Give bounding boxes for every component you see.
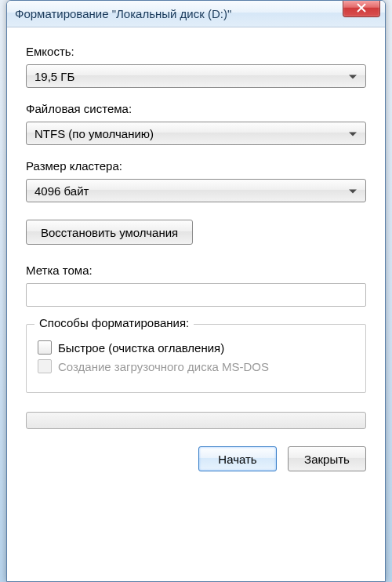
format-dialog: Форматирование "Локальный диск (D:)" Емк… <box>6 0 386 582</box>
chevron-down-icon <box>348 184 358 198</box>
restore-defaults-button[interactable]: Восстановить умолчания <box>26 220 193 245</box>
format-options-fieldset: Способы форматирования: Быстрое (очистка… <box>26 324 366 393</box>
msdos-boot-label: Создание загрузочного диска MS-DOS <box>58 360 269 373</box>
volume-label-label: Метка тома: <box>26 264 366 277</box>
volume-label-input[interactable] <box>26 283 366 307</box>
close-icon <box>357 2 366 15</box>
cluster-select[interactable]: 4096 байт <box>26 179 366 202</box>
close-button[interactable] <box>343 0 380 17</box>
close-dialog-button[interactable]: Закрыть <box>288 446 366 471</box>
start-button-label: Начать <box>218 453 256 466</box>
window-title: Форматирование "Локальный диск (D:)" <box>15 7 231 20</box>
chevron-down-icon <box>348 127 358 140</box>
titlebar[interactable]: Форматирование "Локальный диск (D:)" <box>7 1 385 27</box>
cluster-label: Размер кластера: <box>26 159 366 173</box>
progress-bar <box>26 412 366 429</box>
quick-format-checkbox[interactable] <box>38 340 52 355</box>
close-dialog-label: Закрыть <box>304 453 350 466</box>
capacity-value: 19,5 ГБ <box>34 70 74 83</box>
restore-defaults-label: Восстановить умолчания <box>41 226 178 239</box>
dialog-content: Емкость: 19,5 ГБ Файловая система: NTFS … <box>7 27 385 484</box>
format-options-legend: Способы форматирования: <box>34 316 194 329</box>
filesystem-select[interactable]: NTFS (по умолчанию) <box>26 122 366 145</box>
filesystem-label: Файловая система: <box>26 102 366 115</box>
dialog-footer: Начать Закрыть <box>26 446 366 471</box>
capacity-select[interactable]: 19,5 ГБ <box>26 64 366 88</box>
filesystem-value: NTFS (по умолчанию) <box>34 127 154 140</box>
start-button[interactable]: Начать <box>198 446 277 471</box>
quick-format-label: Быстрое (очистка оглавления) <box>58 341 224 355</box>
capacity-label: Емкость: <box>26 45 366 58</box>
chevron-down-icon <box>348 70 358 83</box>
msdos-boot-checkbox <box>38 359 52 373</box>
cluster-value: 4096 байт <box>34 184 89 198</box>
